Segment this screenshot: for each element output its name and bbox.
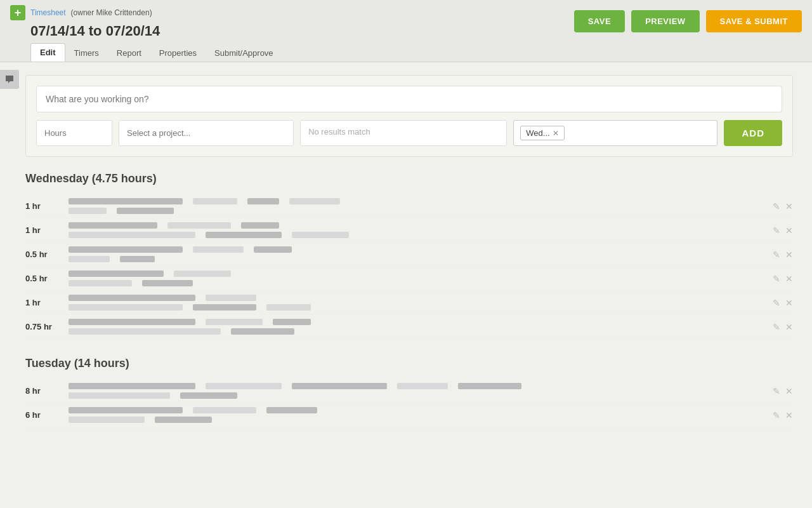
entry-hours: 6 hr — [25, 410, 58, 420]
preview-button[interactable]: PREVIEW — [631, 10, 699, 32]
bar — [69, 319, 195, 325]
delete-icon[interactable]: ✕ — [785, 386, 793, 396]
save-button[interactable]: SAVE — [574, 10, 625, 32]
entry-bars — [69, 319, 763, 335]
tuesday-heading: Tuesday (14 hours) — [25, 357, 793, 370]
delete-icon[interactable]: ✕ — [785, 201, 793, 211]
bar — [69, 198, 183, 204]
bar — [193, 304, 256, 311]
no-results-text: No results match — [308, 127, 370, 137]
entry-hours: 0.75 hr — [25, 322, 58, 331]
entry-bars — [69, 222, 763, 238]
edit-icon[interactable]: ✎ — [773, 250, 780, 260]
bar — [273, 319, 311, 325]
wednesday-heading: Wednesday (4.75 hours) — [25, 172, 793, 185]
bar — [458, 383, 521, 389]
table-row: 1 hr ✎ ✕ — [25, 291, 793, 315]
bar — [241, 222, 279, 229]
entry-hours: 1 hr — [25, 201, 58, 211]
entry-actions: ✎ ✕ — [773, 410, 793, 420]
entry-bars — [69, 295, 763, 311]
tab-report[interactable]: Report — [108, 44, 150, 62]
entry-actions: ✎ ✕ — [773, 298, 793, 308]
bar — [69, 246, 183, 253]
edit-icon[interactable]: ✎ — [773, 298, 780, 308]
tab-properties[interactable]: Properties — [150, 44, 206, 62]
delete-icon[interactable]: ✕ — [785, 410, 793, 420]
edit-icon[interactable]: ✎ — [773, 274, 780, 284]
edit-icon[interactable]: ✎ — [773, 386, 780, 396]
date-tag-text: Wed... — [526, 128, 549, 138]
bar — [206, 383, 282, 389]
entry-actions: ✎ ✕ — [773, 386, 793, 396]
search-input[interactable] — [36, 86, 782, 112]
entry-actions: ✎ ✕ — [773, 274, 793, 284]
delete-icon[interactable]: ✕ — [785, 322, 793, 332]
bar — [142, 280, 193, 286]
bar — [69, 417, 145, 423]
sidebar-comment-icon[interactable] — [0, 70, 19, 89]
bar — [167, 222, 231, 229]
tuesday-section: Tuesday (14 hours) 8 hr ✎ ✕ — [25, 357, 793, 427]
bar — [69, 232, 195, 238]
bar — [69, 295, 195, 301]
top-bar-right: SAVE PREVIEW SAVE & SUBMIT — [574, 5, 802, 32]
search-row — [36, 86, 782, 112]
bar — [231, 328, 294, 335]
delete-icon[interactable]: ✕ — [785, 298, 793, 308]
tab-submit-approve[interactable]: Submit/Approve — [206, 44, 282, 62]
save-submit-button[interactable]: SAVE & SUBMIT — [706, 10, 802, 32]
table-row: 0.75 hr ✎ ✕ — [25, 315, 793, 339]
timesheet-link[interactable]: Timesheet — [30, 8, 66, 17]
input-card: No results match Wed... ✕ ADD — [25, 75, 793, 157]
bar — [193, 246, 244, 253]
edit-icon[interactable]: ✎ — [773, 225, 780, 236]
bar — [206, 295, 256, 301]
bar — [397, 383, 448, 389]
delete-icon[interactable]: ✕ — [785, 274, 793, 284]
tab-timers[interactable]: Timers — [65, 44, 108, 62]
bar — [69, 407, 183, 413]
date-range: 07/14/14 to 07/20/14 — [30, 23, 574, 39]
date-tag-field[interactable]: Wed... ✕ — [513, 120, 717, 146]
bar — [69, 256, 110, 262]
edit-icon[interactable]: ✎ — [773, 322, 780, 332]
owner-text: (owner Mike Crittenden) — [71, 8, 152, 17]
table-row: 0.5 hr ✎ ✕ — [25, 243, 793, 267]
delete-icon[interactable]: ✕ — [785, 225, 793, 236]
entry-actions: ✎ ✕ — [773, 201, 793, 211]
entry-bars — [69, 271, 763, 286]
hours-input[interactable] — [36, 120, 112, 146]
bar — [155, 417, 212, 423]
bar — [254, 246, 292, 253]
bar — [193, 198, 237, 204]
entry-bars — [69, 383, 763, 399]
bar — [247, 198, 279, 204]
tab-nav: Edit Timers Report Properties Submit/App… — [30, 43, 574, 62]
bar — [174, 271, 231, 277]
entry-bars — [69, 246, 763, 262]
delete-icon[interactable]: ✕ — [785, 250, 793, 260]
top-bar: + Timesheet (owner Mike Crittenden) 07/1… — [0, 0, 812, 62]
title-row: + Timesheet (owner Mike Crittenden) — [10, 5, 574, 20]
entry-hours: 0.5 hr — [25, 250, 58, 259]
entry-actions: ✎ ✕ — [773, 250, 793, 260]
bar — [180, 392, 237, 399]
date-tag-remove[interactable]: ✕ — [553, 129, 559, 138]
edit-icon[interactable]: ✎ — [773, 410, 780, 420]
table-row: 0.5 hr ✎ ✕ — [25, 267, 793, 291]
bar — [266, 407, 317, 413]
bar — [292, 383, 387, 389]
entry-bars — [69, 198, 763, 214]
bar — [69, 208, 107, 214]
add-button[interactable]: ADD — [724, 120, 782, 146]
fields-row: No results match Wed... ✕ ADD — [36, 120, 782, 146]
bar — [69, 383, 195, 389]
tab-edit[interactable]: Edit — [30, 43, 65, 62]
plus-button[interactable]: + — [10, 5, 25, 20]
edit-icon[interactable]: ✎ — [773, 201, 780, 211]
entry-bars — [69, 407, 763, 423]
table-row: 8 hr ✎ ✕ — [25, 379, 793, 403]
project-input[interactable] — [119, 120, 294, 146]
bar — [193, 407, 256, 413]
